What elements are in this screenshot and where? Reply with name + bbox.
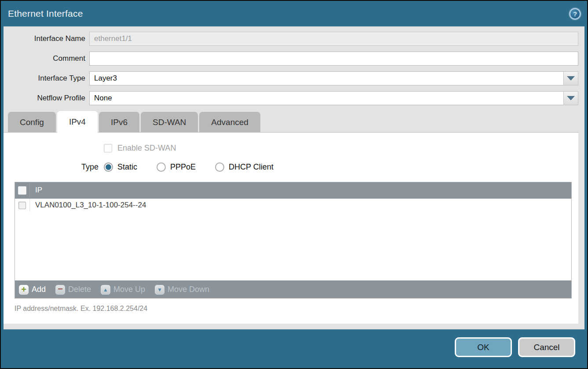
ip-address-table: IP VLAN0100_L3_10-1-100-254--24 + <box>15 182 572 299</box>
table-row[interactable]: VLAN0100_L3_10-1-100-254--24 <box>15 199 571 212</box>
tab-ipv4-label: IPv4 <box>69 117 86 127</box>
dialog-footer: OK Cancel <box>1 329 587 368</box>
ip-column-header: IP <box>30 186 42 195</box>
ip-format-hint: IP address/netmask. Ex. 192.168.2.254/24 <box>4 299 578 313</box>
radio-pppoe[interactable]: PPPoE <box>157 162 196 172</box>
interface-type-label: Interface Type <box>4 74 89 83</box>
radio-dhcp-client-circle <box>215 162 224 172</box>
add-button[interactable]: + Add <box>19 285 46 295</box>
tab-sdwan[interactable]: SD-WAN <box>141 112 198 133</box>
cancel-button-label: Cancel <box>533 343 559 352</box>
interface-type-value: Layer3 <box>89 71 563 85</box>
ip-table-body: VLAN0100_L3_10-1-100-254--24 <box>15 199 571 280</box>
radio-dhcp-client[interactable]: DHCP Client <box>215 162 274 172</box>
enable-sdwan-checkbox <box>104 144 112 152</box>
delete-minus-icon: − <box>55 285 65 295</box>
dialog-title: Ethernet Interface <box>8 8 83 19</box>
add-plus-icon: + <box>19 285 29 295</box>
enable-sdwan-label: Enable SD-WAN <box>117 144 176 153</box>
select-all-checkbox[interactable] <box>18 186 26 195</box>
cancel-button[interactable]: Cancel <box>518 337 575 357</box>
move-up-button[interactable]: ▲ Move Up <box>101 285 145 295</box>
enable-sdwan-row: Enable SD-WAN <box>4 133 578 153</box>
ok-button[interactable]: OK <box>455 337 512 357</box>
tab-ipv6[interactable]: IPv6 <box>99 112 139 133</box>
radio-dhcp-client-label: DHCP Client <box>229 162 274 172</box>
chevron-down-icon <box>567 96 575 100</box>
netflow-profile-value: None <box>89 91 563 105</box>
type-radio-group: Type Static PPPoE DHCP Client <box>4 153 578 172</box>
move-up-button-label: Move Up <box>113 285 145 294</box>
ipv4-tab-panel: Enable SD-WAN Type Static PPPoE DHCP Cli… <box>4 132 578 324</box>
delete-button-label: Delete <box>68 285 91 294</box>
move-up-arrow-icon: ▲ <box>101 285 110 295</box>
ok-button-label: OK <box>477 343 489 352</box>
form-row-interface-name: Interface Name <box>4 32 578 46</box>
interface-type-dropdown[interactable]: Layer3 <box>89 71 578 85</box>
row-checkbox-cell <box>15 199 30 212</box>
ethernet-interface-dialog: Ethernet Interface ? Interface Name Comm… <box>0 0 588 369</box>
type-label: Type <box>81 162 99 172</box>
radio-pppoe-circle <box>157 162 166 172</box>
tab-config[interactable]: Config <box>8 112 56 133</box>
add-button-label: Add <box>32 285 46 294</box>
dialog-body: Interface Name Comment Interface Type La… <box>4 26 584 329</box>
form-row-netflow-profile: Netflow Profile None <box>4 91 578 105</box>
radio-static[interactable]: Static <box>104 162 137 172</box>
move-down-button-label: Move Down <box>168 285 209 294</box>
move-down-button[interactable]: ▼ Move Down <box>155 285 209 295</box>
form-row-interface-type: Interface Type Layer3 <box>4 71 578 85</box>
radio-static-label: Static <box>117 162 137 172</box>
tab-ipv6-label: IPv6 <box>111 118 128 127</box>
dialog-titlebar: Ethernet Interface ? <box>1 1 587 26</box>
tab-sdwan-label: SD-WAN <box>153 118 186 127</box>
tab-ipv4[interactable]: IPv4 <box>57 111 98 133</box>
radio-pppoe-label: PPPoE <box>170 162 196 172</box>
form-row-comment: Comment <box>4 52 578 66</box>
netflow-profile-dropdown[interactable]: None <box>89 91 578 105</box>
row-checkbox[interactable] <box>18 202 26 209</box>
help-icon[interactable]: ? <box>569 8 581 20</box>
tab-advanced-label: Advanced <box>211 118 248 127</box>
ip-table-header: IP <box>15 182 571 199</box>
interface-name-input <box>89 32 578 46</box>
comment-label: Comment <box>4 54 89 63</box>
interface-type-dropdown-button[interactable] <box>563 71 578 85</box>
chevron-down-icon <box>567 76 575 81</box>
move-down-arrow-icon: ▼ <box>155 285 164 295</box>
help-glyph: ? <box>573 10 577 18</box>
netflow-profile-dropdown-button[interactable] <box>563 91 578 105</box>
comment-input[interactable] <box>89 52 578 66</box>
netflow-profile-label: Netflow Profile <box>4 94 89 103</box>
interface-name-label: Interface Name <box>4 34 89 43</box>
ip-address-value: VLAN0100_L3_10-1-100-254--24 <box>30 201 146 210</box>
select-all-cell <box>15 182 30 198</box>
delete-button[interactable]: − Delete <box>55 285 91 295</box>
tab-bar: Config IPv4 IPv6 SD-WAN Advanced <box>4 111 578 133</box>
tab-config-label: Config <box>20 118 44 127</box>
tab-advanced[interactable]: Advanced <box>199 112 260 133</box>
radio-static-circle <box>104 162 113 172</box>
ip-table-toolbar: + Add − Delete ▲ Move Up <box>15 280 571 298</box>
